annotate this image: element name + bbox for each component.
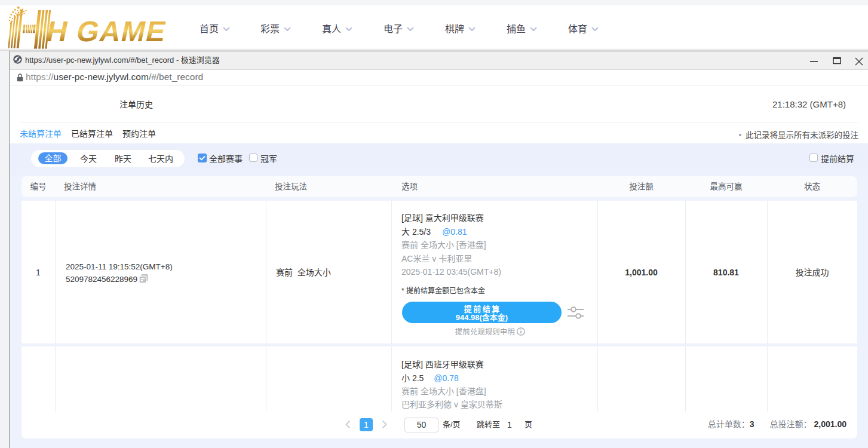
svg-text:H GAME: H GAME — [44, 15, 170, 47]
